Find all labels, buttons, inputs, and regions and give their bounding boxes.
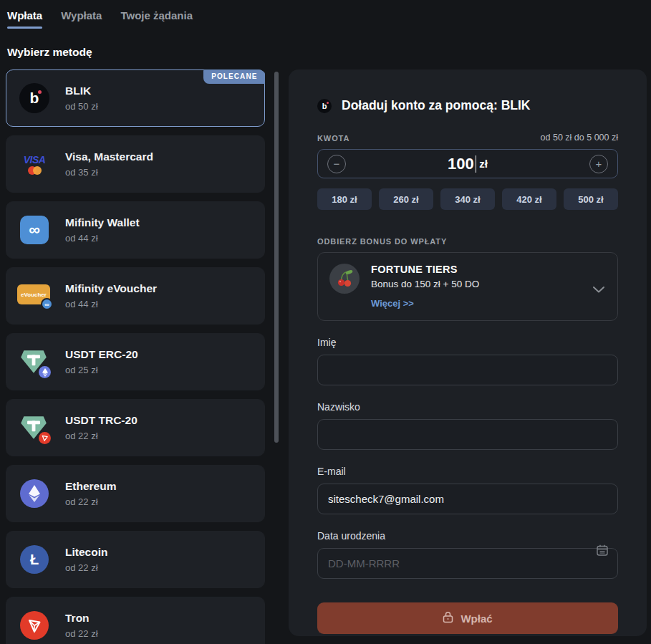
tab-twoje-zadania-label: Twoje żądania <box>120 9 193 27</box>
amount-label: KWOTA <box>317 134 349 143</box>
quick-amount-340[interactable]: 340 zł <box>440 188 495 210</box>
method-min-amount: od 25 zł <box>65 365 138 375</box>
text-cursor <box>476 155 477 173</box>
usdt-erc20-icon <box>16 346 52 378</box>
method-name: BLIK <box>65 85 98 97</box>
method-min-amount: od 44 zł <box>65 233 140 244</box>
cherries-icon <box>329 264 360 294</box>
first-name-label: Imię <box>317 337 336 348</box>
method-visa-mastercard[interactable]: VISA Visa, Mastercard od 35 zł <box>6 135 265 193</box>
mifinity-evoucher-icon: eVoucher ∞ <box>16 282 52 310</box>
quick-amount-420[interactable]: 420 zł <box>502 188 556 210</box>
quick-amount-260[interactable]: 260 zł <box>379 188 433 210</box>
birth-date-label: Data urodzenia <box>317 530 385 542</box>
blik-icon: b <box>16 83 52 113</box>
top-tabs: Wpłata Wypłata Twoje żądania <box>0 0 651 29</box>
method-name: Ethereum <box>65 480 117 493</box>
choose-method-heading: Wybierz metodę <box>7 46 651 59</box>
method-min-amount: od 22 zł <box>65 562 107 573</box>
email-label: E-mail <box>317 466 346 477</box>
tab-wplata[interactable]: Wpłata <box>7 9 42 29</box>
payment-methods-list: POLECANE b BLIK od 50 zł VISA Visa, Mast… <box>6 69 265 644</box>
deposit-page: Wpłata Wypłata Twoje żądania Wybierz met… <box>0 0 651 644</box>
method-name: Mifinity eVoucher <box>65 282 157 295</box>
panel-title: Doładuj konto za pomocą: BLIK <box>342 98 530 113</box>
lock-icon <box>443 611 453 625</box>
chevron-down-icon[interactable] <box>593 283 604 296</box>
blik-dot <box>38 90 42 94</box>
last-name-label: Nazwisko <box>317 401 360 413</box>
mifinity-wallet-icon: ∞ <box>16 216 52 244</box>
methods-scrollbar[interactable] <box>274 72 279 443</box>
tron-badge-icon <box>39 432 51 444</box>
method-min-amount: od 22 zł <box>65 496 117 507</box>
deposit-panel: b Doładuj konto za pomocą: BLIK KWOTA od… <box>289 69 647 636</box>
method-name: Litecoin <box>65 546 107 559</box>
method-min-amount: od 44 zł <box>65 299 157 309</box>
method-min-amount: od 22 zł <box>65 628 98 639</box>
amount-value-group[interactable]: 100 zł <box>346 155 589 173</box>
decrease-amount-button[interactable]: − <box>327 155 346 173</box>
tab-wyplata-label: Wypłata <box>61 9 102 27</box>
amount-value: 100 <box>448 155 474 173</box>
active-tab-underline <box>7 27 42 29</box>
method-name: Mifinity Wallet <box>65 216 140 229</box>
submit-label: Wpłać <box>460 612 492 625</box>
deposit-submit-button[interactable]: Wpłać <box>317 602 618 634</box>
method-min-amount: od 35 zł <box>65 167 153 178</box>
recommended-badge: POLECANE <box>203 69 265 84</box>
method-litecoin[interactable]: Ł Litecoin od 22 zł <box>6 531 265 588</box>
birth-date-field[interactable] <box>317 548 618 579</box>
usdt-trc20-icon <box>16 412 52 443</box>
method-blik[interactable]: POLECANE b BLIK od 50 zł <box>6 69 265 127</box>
calendar-icon[interactable] <box>596 544 609 559</box>
ethereum-badge-icon <box>39 366 51 378</box>
method-name: USDT ERC-20 <box>65 348 138 361</box>
quick-amount-180[interactable]: 180 zł <box>317 188 372 210</box>
email-field[interactable] <box>317 484 618 514</box>
panel-header: b Doładuj konto za pomocą: BLIK <box>317 98 618 113</box>
method-min-amount: od 22 zł <box>65 431 138 441</box>
method-name: Tron <box>65 612 98 625</box>
amount-input[interactable]: − 100 zł + <box>317 149 618 178</box>
method-mifinity-wallet[interactable]: ∞ Mifinity Wallet od 44 zł <box>6 201 265 259</box>
ethereum-icon <box>16 479 52 508</box>
method-mifinity-evoucher[interactable]: eVoucher ∞ Mifinity eVoucher od 44 zł <box>6 267 265 325</box>
tab-wyplata[interactable]: Wypłata <box>61 9 102 29</box>
tab-wplata-label: Wpłata <box>7 9 42 27</box>
litecoin-icon: Ł <box>16 545 52 574</box>
method-ethereum[interactable]: Ethereum od 22 zł <box>6 465 265 522</box>
visa-mastercard-icon: VISA <box>16 154 52 175</box>
bonus-subtitle: Bonus do 150 zł + 50 DO <box>371 279 479 289</box>
bonus-title: FORTUNE TIERS <box>371 264 479 275</box>
bonus-section-label: ODBIERZ BONUS DO WPŁATY <box>317 237 618 246</box>
blik-icon-small: b <box>317 99 332 113</box>
method-usdt-trc20[interactable]: USDT TRC-20 od 22 zł <box>6 399 265 456</box>
method-name: Visa, Mastercard <box>65 150 153 163</box>
tab-twoje-zadania[interactable]: Twoje żądania <box>120 9 193 29</box>
method-min-amount: od 50 zł <box>65 101 98 112</box>
last-name-field[interactable] <box>317 419 618 450</box>
quick-amounts: 180 zł 260 zł 340 zł 420 zł 500 zł <box>317 188 618 210</box>
method-tron[interactable]: Tron od 22 zł <box>6 597 265 644</box>
method-usdt-erc20[interactable]: USDT ERC-20 od 25 zł <box>6 333 265 390</box>
quick-amount-500[interactable]: 500 zł <box>564 188 618 210</box>
bonus-card[interactable]: FORTUNE TIERS Bonus do 150 zł + 50 DO Wi… <box>317 252 618 321</box>
tron-icon <box>16 611 52 640</box>
amount-currency: zł <box>479 158 488 170</box>
amount-range: od 50 zł do 5 000 zł <box>541 133 618 143</box>
first-name-field[interactable] <box>317 355 618 385</box>
method-name: USDT TRC-20 <box>65 414 138 427</box>
bonus-more-link[interactable]: Więcej >> <box>371 298 414 309</box>
increase-amount-button[interactable]: + <box>589 155 608 173</box>
